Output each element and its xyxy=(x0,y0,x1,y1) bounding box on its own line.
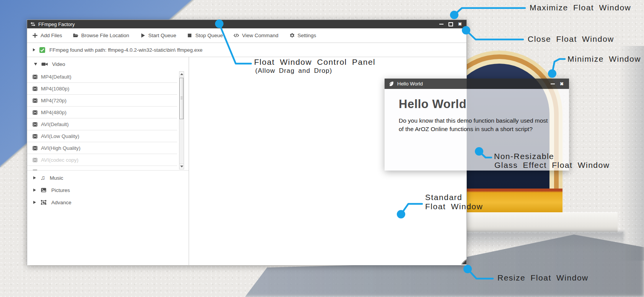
add-files-button[interactable]: Add Files xyxy=(32,33,62,38)
sidebar-section-pictures[interactable]: Pictures xyxy=(27,184,189,196)
format-sidebar: Video MP4(Default) xyxy=(27,57,189,265)
close-icon: ✖ xyxy=(458,21,462,27)
caret-right-icon xyxy=(33,176,36,179)
stop-icon xyxy=(187,33,192,38)
scrollbar-thumb[interactable] xyxy=(179,78,184,119)
file-video-icon xyxy=(32,98,38,103)
format-label: MP4(1080p) xyxy=(41,86,69,92)
caret-right-icon xyxy=(33,201,36,204)
file-video-icon xyxy=(32,121,38,127)
format-label: AVI(Default) xyxy=(41,121,69,127)
desktop: { "accent_color": "#18a2e8", "annotation… xyxy=(0,0,644,297)
format-list-item[interactable]: MP4(1080p) xyxy=(27,83,177,95)
hello-paragraph: Do you know that this demo function basi… xyxy=(399,117,558,133)
file-video-icon xyxy=(32,145,38,151)
arrow-up-icon xyxy=(180,73,183,75)
caret-right-icon xyxy=(33,189,36,192)
minimize-button[interactable] xyxy=(439,21,443,27)
ffmpeg-status-row[interactable]: FFmpeg found with path: ffmpeg-4.0.2-win… xyxy=(27,43,466,57)
caret-down-icon xyxy=(34,63,37,66)
ffmpeg-window-controls: ✖ xyxy=(439,21,463,27)
hello-paragraph-line1: Do you know that this demo function basi… xyxy=(399,117,558,125)
toolbar-label: Start Queue xyxy=(148,33,176,38)
plus-icon xyxy=(32,33,38,38)
format-list-item[interactable]: AVI(Low Quality) xyxy=(27,130,177,142)
scrollbar-grip-icon xyxy=(181,97,183,100)
sidebar-section-label: Pictures xyxy=(51,187,70,193)
picture-icon xyxy=(41,187,47,193)
music-note-icon: ♫ xyxy=(41,175,45,181)
sidebar-section-label: Advance xyxy=(51,200,72,205)
close-button[interactable]: ✖ xyxy=(458,21,462,27)
ffmpeg-toolbar: Add Files Browse File Location Start Que… xyxy=(27,28,466,43)
sidebar-section-label: Music xyxy=(50,175,63,181)
stop-queue-button[interactable]: Stop Queue xyxy=(187,33,223,38)
format-list-item[interactable]: MP4(Default) xyxy=(27,71,177,83)
expander-caret-icon[interactable] xyxy=(33,48,35,51)
sidebar-section-label: Video xyxy=(52,61,65,67)
format-list-item[interactable]: MP4(480p) xyxy=(27,107,177,118)
format-list-item[interactable]: MP4(720p) xyxy=(27,95,177,107)
file-video-icon xyxy=(32,133,38,139)
close-icon: ✖ xyxy=(560,81,564,87)
file-video-icon xyxy=(32,74,38,80)
start-queue-button[interactable]: Start Queue xyxy=(140,33,176,38)
folder-open-icon xyxy=(73,33,78,38)
wall-corner-shading xyxy=(619,46,644,261)
hello-window-title: Hello World xyxy=(397,81,423,87)
scroll-down-button[interactable] xyxy=(179,164,184,169)
code-icon xyxy=(233,33,239,38)
video-format-rows: MP4(Default) MP4(1080p) xyxy=(27,71,189,171)
hello-paragraph-line2: of the ArOZ Online functions in such a s… xyxy=(399,125,558,133)
format-label: MP4(Default) xyxy=(41,74,72,80)
file-video-icon xyxy=(32,110,38,115)
maximize-button[interactable] xyxy=(448,21,453,27)
minimize-button[interactable] xyxy=(551,81,555,87)
toolbar-label: Settings xyxy=(298,33,316,38)
ffmpeg-titlebar[interactable]: FFmpeg Factory ✖ xyxy=(27,20,466,28)
hello-window-controls: ✖ xyxy=(551,81,565,87)
sidebar-section-advance[interactable]: Advance xyxy=(27,196,189,208)
sidebar-sections: ♫ Music Pictures xyxy=(27,171,189,208)
format-list-item[interactable]: AVI(High Quality) xyxy=(27,142,177,154)
sidebar-section-video[interactable]: Video xyxy=(27,57,189,71)
format-label: MP4(480p) xyxy=(41,110,67,115)
green-check-icon xyxy=(39,47,45,53)
hello-window-body: Hello World Do you know that this demo f… xyxy=(385,89,569,171)
minimize-icon xyxy=(439,24,443,25)
format-label: AVI(High Quality) xyxy=(41,145,80,151)
resize-grip-icon[interactable] xyxy=(461,259,466,264)
format-label: AVI(Low Quality) xyxy=(41,133,79,139)
list-scrollbar[interactable] xyxy=(179,71,184,169)
arrow-down-icon xyxy=(180,166,183,167)
toolbar-label: Browse File Location xyxy=(81,33,129,38)
sidebar-section-music[interactable]: ♫ Music xyxy=(27,172,189,184)
toolbar-label: Stop Queue xyxy=(195,33,223,38)
file-video-icon xyxy=(32,157,38,163)
hello-world-window: Hello World ✖ Hello World Do you know th… xyxy=(385,79,569,171)
format-label: MP4(720p) xyxy=(41,98,67,103)
hello-heading: Hello World xyxy=(399,97,558,111)
ffmpeg-status-message: FFmpeg found with path: ffmpeg-4.0.2-win… xyxy=(49,47,202,53)
format-list-item[interactable]: AVI(Default) xyxy=(27,118,177,130)
format-list-item[interactable]: AVI(codec copy) xyxy=(27,154,177,166)
format-label: AVI(codec copy) xyxy=(41,157,78,163)
close-button[interactable]: ✖ xyxy=(560,81,564,87)
video-camera-icon xyxy=(41,61,48,67)
toolbar-label: View Command xyxy=(242,33,278,38)
video-format-list: MP4(Default) MP4(1080p) xyxy=(27,71,189,171)
minimize-icon xyxy=(551,84,555,84)
browse-file-location-button[interactable]: Browse File Location xyxy=(73,33,129,38)
format-list-item[interactable] xyxy=(27,166,177,171)
toolbar-label: Add Files xyxy=(41,33,62,38)
ffmpeg-window-title: FFmpeg Factory xyxy=(38,21,75,27)
file-video-icon xyxy=(32,169,38,171)
scroll-up-button[interactable] xyxy=(179,72,184,77)
view-command-button[interactable]: View Command xyxy=(233,33,278,38)
hello-titlebar[interactable]: Hello World ✖ xyxy=(385,79,569,89)
advance-icon xyxy=(41,199,47,205)
file-video-icon xyxy=(32,86,38,92)
settings-button[interactable]: Settings xyxy=(289,33,316,38)
maximize-icon xyxy=(448,22,453,26)
exchange-arrows-icon xyxy=(30,21,36,27)
